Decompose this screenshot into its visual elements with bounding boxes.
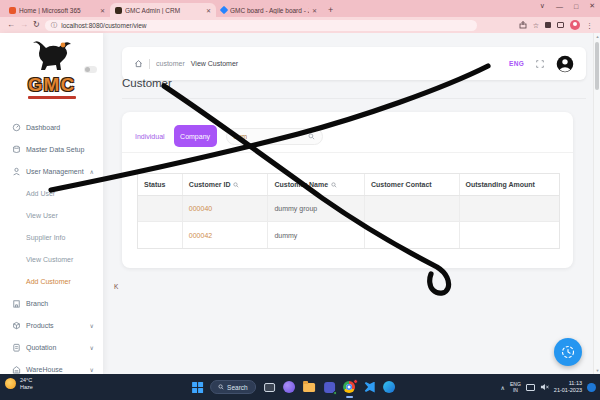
tab-close-icon[interactable]: ✕ <box>312 7 317 14</box>
user-avatar[interactable] <box>556 55 574 73</box>
scroll-down-icon[interactable]: ▼ <box>594 368 600 373</box>
teams-icon[interactable] <box>323 381 336 394</box>
tab-individual[interactable]: Individual <box>135 133 165 140</box>
bookmark-star-icon[interactable]: ☆ <box>533 22 539 29</box>
sidebar-item-user-management[interactable]: User Management ∧ <box>0 160 103 182</box>
microsoft-365-icon <box>9 7 16 14</box>
minimize-button[interactable]: — <box>556 3 563 10</box>
close-button[interactable]: ✕ <box>589 2 595 10</box>
sidebar-item-add-user[interactable]: Add User <box>0 182 103 204</box>
browser-menu-icon[interactable]: ⋮ <box>586 22 593 29</box>
extensions-icon[interactable] <box>545 22 551 28</box>
tab-close-icon[interactable]: ✕ <box>100 7 105 14</box>
table-row[interactable]: 000042 dummy <box>138 222 559 248</box>
tab-search-icon[interactable]: ∨ <box>540 2 545 10</box>
header-bar: customer View Customer ENG <box>122 47 586 80</box>
sidebar: GMC Dashboard Master Data Setup User Man… <box>0 33 103 374</box>
column-search-icon[interactable] <box>233 182 239 188</box>
tab-title: Home | Microsoft 365 <box>19 7 97 14</box>
scroll-up-icon[interactable]: ▲ <box>594 34 600 39</box>
search-value: dum <box>234 133 248 140</box>
floating-widget-button[interactable] <box>554 338 582 366</box>
url-bar[interactable]: ⓘ localhost:8080/customer/view <box>45 20 477 31</box>
taskbar-center: Search <box>192 374 396 400</box>
sidebar-item-view-user[interactable]: View User <box>0 204 103 226</box>
tab-company[interactable]: Company <box>174 125 217 147</box>
header-customer-name[interactable]: Customer Name <box>268 174 365 195</box>
home-icon[interactable] <box>134 59 143 68</box>
sidebar-item-quotation[interactable]: Quotation ∨ <box>0 336 103 358</box>
file-explorer-icon[interactable] <box>303 381 316 394</box>
weather-temp: 24°C <box>20 377 33 384</box>
browser-tabstrip: Home | Microsoft 365 ✕ GMC Admin | CRM ✕… <box>0 0 600 17</box>
header-customer-contact[interactable]: Customer Contact <box>365 174 460 195</box>
cell-customer-id[interactable]: 000040 <box>183 196 269 221</box>
browser-tab-gmc-admin[interactable]: GMC Admin | CRM ✕ <box>110 3 216 17</box>
tray-overflow-icon[interactable]: ∧ <box>501 384 505 391</box>
table-row[interactable]: 000040 dummy group <box>138 196 559 222</box>
windows-start-button[interactable] <box>192 382 203 393</box>
active-app-indicator <box>346 396 353 398</box>
sidebar-collapse-toggle[interactable] <box>84 66 97 73</box>
clock-date: 21-01-2023 <box>554 387 582 394</box>
clock-time: 11:13 <box>554 380 582 387</box>
maximize-button[interactable]: □ <box>574 3 578 10</box>
browser-tab-jira[interactable]: GMC board - Agile board - Jira ✕ <box>216 3 322 17</box>
cell-customer-name: dummy <box>268 222 365 248</box>
filter-row: Individual Company dum <box>135 125 323 147</box>
browser-tab-home[interactable]: Home | Microsoft 365 ✕ <box>4 3 110 17</box>
chevron-down-icon: ∨ <box>90 344 94 351</box>
edge-icon[interactable] <box>383 381 396 394</box>
share-icon[interactable] <box>519 21 527 29</box>
site-info-icon[interactable]: ⓘ <box>51 21 58 30</box>
vscode-icon[interactable] <box>363 381 376 394</box>
scrollbar-thumb[interactable] <box>595 42 599 90</box>
branch-icon <box>12 299 21 308</box>
sidebar-item-master-data-setup[interactable]: Master Data Setup <box>0 138 103 160</box>
reload-button[interactable]: ↻ <box>33 21 40 29</box>
jira-icon <box>220 6 228 14</box>
chrome-icon[interactable] <box>343 381 356 394</box>
sidebar-nav: Dashboard Master Data Setup User Managem… <box>0 116 103 380</box>
task-view-icon[interactable] <box>263 381 276 394</box>
customer-card: Individual Company dum Status Customer I… <box>122 112 573 268</box>
taskbar-clock[interactable]: 11:13 21-01-2023 <box>554 380 582 394</box>
forward-button[interactable]: → <box>20 21 28 29</box>
browser-profile-avatar[interactable] <box>570 20 580 30</box>
breadcrumb-section[interactable]: customer <box>156 60 185 67</box>
gmc-favicon <box>115 7 122 14</box>
back-button[interactable]: ← <box>7 21 15 29</box>
notification-center-badge[interactable] <box>587 383 596 392</box>
new-tab-button[interactable]: + <box>328 5 333 15</box>
header-outstanding-amount[interactable]: Outstanding Amount <box>460 174 560 195</box>
notification-badge <box>353 379 358 384</box>
language-selector[interactable]: ENG <box>509 60 524 67</box>
taskbar-search[interactable]: Search <box>210 380 256 394</box>
widgets-app-icon[interactable] <box>283 381 296 394</box>
page-scrollbar[interactable]: ▲ ▼ <box>593 33 600 374</box>
header-customer-id[interactable]: Customer ID <box>183 174 269 195</box>
sidebar-item-supplier-info[interactable]: Supplier Info <box>0 226 103 248</box>
input-language[interactable]: ENG IN <box>510 381 521 394</box>
header-status[interactable]: Status <box>138 174 183 195</box>
cell-customer-id[interactable]: 000042 <box>183 222 269 248</box>
taskbar-weather-widget[interactable]: 24°C Haze <box>5 377 33 391</box>
sidebar-item-view-customer[interactable]: View Customer <box>0 248 103 270</box>
stray-text: K <box>114 283 118 290</box>
sidebar-item-products[interactable]: Products ∨ <box>0 314 103 336</box>
side-panel-icon[interactable] <box>557 22 564 28</box>
database-icon <box>12 145 21 154</box>
search-icon <box>218 384 224 390</box>
sidebar-item-dashboard[interactable]: Dashboard <box>0 116 103 138</box>
volume-muted-icon[interactable] <box>540 383 549 391</box>
display-icon[interactable] <box>526 384 535 391</box>
sidebar-item-add-customer[interactable]: Add Customer <box>0 270 103 292</box>
weather-desc: Haze <box>20 384 33 391</box>
search-icon <box>308 133 315 140</box>
column-search-icon[interactable] <box>331 182 337 188</box>
tab-close-icon[interactable]: ✕ <box>206 7 211 14</box>
fullscreen-icon[interactable] <box>535 59 545 69</box>
sidebar-item-branch[interactable]: Branch <box>0 292 103 314</box>
chevron-down-icon: ∨ <box>90 366 94 373</box>
search-input[interactable]: dum <box>226 128 323 145</box>
